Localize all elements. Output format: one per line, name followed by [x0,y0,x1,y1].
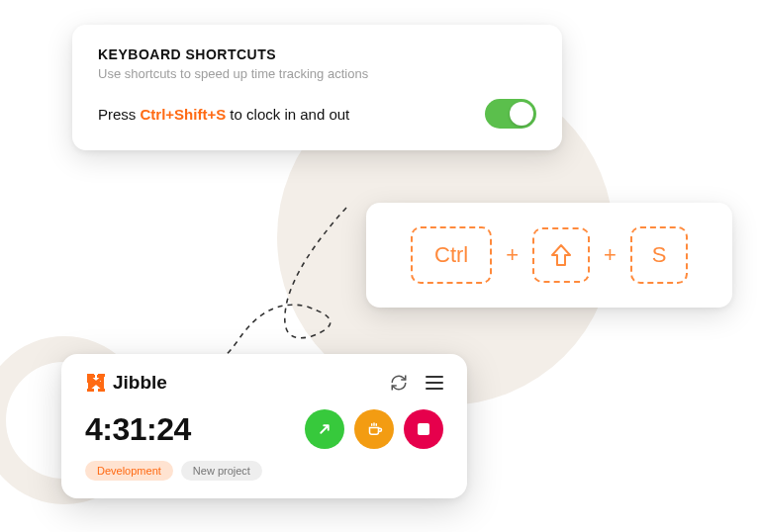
clock-in-button[interactable] [305,409,344,449]
sync-icon[interactable] [390,374,408,392]
key-ctrl: Ctrl [411,226,492,284]
press-suffix: to clock in and out [226,106,349,123]
plus-icon: + [506,242,519,268]
toggle-knob [510,102,533,126]
key-shift [532,227,590,283]
stop-icon [418,423,429,435]
shortcuts-toggle[interactable] [485,99,536,129]
jibble-logo-icon [85,372,107,394]
shift-up-arrow-icon [550,243,572,267]
key-s: S [630,226,688,284]
clock-out-button[interactable] [404,409,443,449]
timer-card: Jibble 4:31:24 [61,354,467,498]
project-tag[interactable]: New project [181,461,262,481]
shortcuts-description: Press Ctrl+Shift+S to clock in and out [98,106,349,123]
plus-icon: + [604,242,617,268]
keys-card: Ctrl + + S [366,203,732,308]
brand-name: Jibble [113,372,167,394]
shortcuts-subtitle: Use shortcuts to speed up time tracking … [98,66,536,81]
press-prefix: Press [98,106,141,123]
shortcuts-card: KEYBOARD SHORTCUTS Use shortcuts to spee… [72,25,562,150]
timer-value: 4:31:24 [85,411,191,448]
shortcuts-title: KEYBOARD SHORTCUTS [98,46,536,62]
menu-icon[interactable] [426,376,443,390]
brand: Jibble [85,372,167,394]
hotkey-text: Ctrl+Shift+S [141,106,227,123]
activity-tag[interactable]: Development [85,461,173,481]
break-button[interactable] [354,409,394,449]
